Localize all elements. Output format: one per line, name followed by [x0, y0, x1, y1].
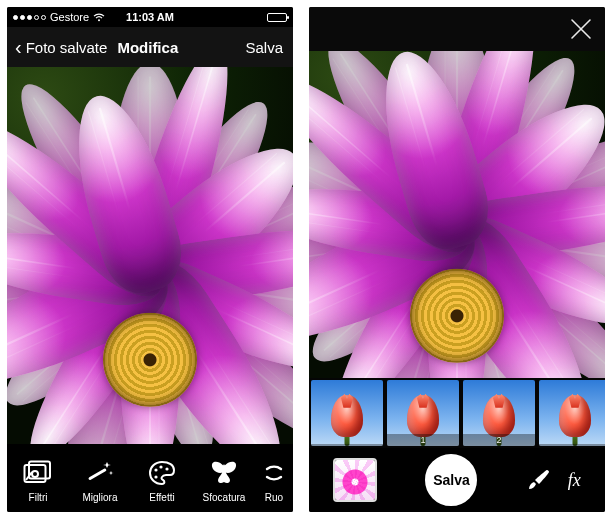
- thumb-label: 1: [387, 434, 459, 446]
- preview-canvas[interactable]: [309, 51, 605, 378]
- bottom-toolbar: Filtri Migliora: [7, 444, 293, 512]
- filter-thumb[interactable]: [311, 380, 383, 446]
- butterfly-icon: [209, 458, 239, 488]
- wifi-icon: [93, 13, 105, 22]
- photo-flower: [7, 67, 293, 444]
- save-button[interactable]: Salva: [245, 39, 283, 56]
- tool-label: Effetti: [149, 492, 174, 503]
- svg-rect-9: [223, 464, 225, 479]
- close-icon: [567, 15, 595, 43]
- bottom-toolbar: Salva fx: [309, 448, 605, 512]
- frames-button[interactable]: [333, 458, 377, 502]
- svg-rect-4: [88, 468, 107, 481]
- screenshot-left: Gestore 11:03 AM ‹ Foto salvate Modifica…: [7, 7, 293, 512]
- top-bar: [309, 7, 605, 51]
- svg-point-7: [165, 467, 168, 470]
- filter-thumb[interactable]: [539, 380, 605, 446]
- thumb-label: [539, 444, 605, 446]
- tool-effects[interactable]: Effetti: [135, 458, 189, 503]
- svg-point-5: [154, 468, 157, 471]
- filters-icon: [23, 458, 53, 488]
- close-button[interactable]: [567, 15, 595, 43]
- tool-filters[interactable]: Filtri: [11, 458, 65, 503]
- battery-icon: [267, 13, 287, 22]
- filter-filmstrip[interactable]: 1 2: [309, 378, 605, 448]
- svg-point-3: [32, 471, 38, 477]
- svg-point-8: [154, 475, 157, 478]
- editor-canvas[interactable]: [7, 67, 293, 444]
- signal-strength-icon: [13, 15, 46, 20]
- save-button[interactable]: Salva: [425, 454, 477, 506]
- tool-enhance[interactable]: Migliora: [73, 458, 127, 503]
- frame-preview-icon: [335, 460, 375, 500]
- magic-wand-icon: [85, 458, 115, 488]
- filter-thumb[interactable]: 1: [387, 380, 459, 446]
- tool-label: Filtri: [29, 492, 48, 503]
- tool-label: Ruo: [265, 492, 283, 503]
- fx-button[interactable]: fx: [568, 470, 581, 491]
- chevron-left-icon: ‹: [15, 37, 22, 57]
- brush-icon: [526, 467, 552, 493]
- screenshot-right: 1 2 Salva: [309, 7, 605, 512]
- back-button[interactable]: ‹ Foto salvate Modifica: [15, 37, 178, 57]
- page-title: Modifica: [117, 39, 178, 56]
- palette-icon: [147, 458, 177, 488]
- thumb-label: 2: [463, 434, 535, 446]
- filter-thumb[interactable]: 2: [463, 380, 535, 446]
- nav-bar: ‹ Foto salvate Modifica Salva: [7, 27, 293, 67]
- status-right: [267, 13, 287, 22]
- tool-blur[interactable]: Sfocatura: [197, 458, 251, 503]
- brush-button[interactable]: [526, 467, 552, 493]
- tool-rotate[interactable]: Ruo: [259, 458, 289, 503]
- thumb-label: [311, 444, 383, 446]
- save-label: Salva: [433, 472, 470, 488]
- svg-point-0: [98, 19, 100, 21]
- carrier-label: Gestore: [50, 11, 89, 23]
- tool-label: Sfocatura: [203, 492, 246, 503]
- tool-label: Migliora: [82, 492, 117, 503]
- status-left: Gestore: [13, 11, 105, 23]
- svg-point-6: [159, 465, 162, 468]
- back-label: Foto salvate: [26, 39, 108, 56]
- status-bar: Gestore 11:03 AM: [7, 7, 293, 27]
- rotate-icon: [259, 458, 289, 488]
- photo-flower: [309, 51, 605, 378]
